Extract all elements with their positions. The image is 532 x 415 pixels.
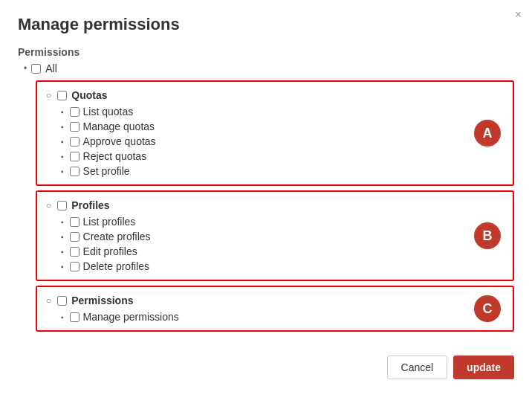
permission-items-profiles: List profilesCreate profilesEdit profile… bbox=[61, 216, 504, 272]
groups-container: ○QuotasAList quotasManage quotasApprove … bbox=[36, 80, 514, 332]
permission-items-permissions: Manage permissions bbox=[61, 311, 504, 323]
group-title-profiles[interactable]: Profiles bbox=[71, 199, 109, 211]
list-item: Approve quotas bbox=[61, 135, 504, 147]
group-badge-profiles: B bbox=[474, 222, 501, 249]
group-checkbox-permissions[interactable] bbox=[57, 296, 67, 306]
list-item: Set profile bbox=[61, 165, 504, 177]
item-checkbox-quotas-0[interactable] bbox=[70, 107, 80, 117]
group-badge-permissions: C bbox=[474, 295, 501, 322]
permission-items-quotas: List quotasManage quotasApprove quotasRe… bbox=[61, 106, 504, 177]
item-checkbox-profiles-3[interactable] bbox=[70, 262, 80, 271]
group-checkbox-quotas[interactable] bbox=[57, 91, 67, 100]
list-item: Create profiles bbox=[61, 231, 504, 242]
item-text-permissions-0: Manage permissions bbox=[83, 311, 179, 323]
list-item: Reject quotas bbox=[61, 150, 504, 162]
item-text-quotas-0: List quotas bbox=[83, 106, 134, 118]
item-checkbox-profiles-1[interactable] bbox=[70, 232, 80, 242]
item-text-profiles-1: Create profiles bbox=[83, 231, 151, 242]
item-text-profiles-3: Delete profiles bbox=[83, 260, 150, 272]
item-text-profiles-2: Edit profiles bbox=[83, 245, 137, 257]
item-text-quotas-1: Manage quotas bbox=[83, 120, 155, 132]
item-text-quotas-3: Reject quotas bbox=[83, 150, 147, 162]
list-item: List quotas bbox=[61, 106, 504, 118]
group-title-permissions[interactable]: Permissions bbox=[71, 295, 133, 306]
update-button[interactable]: update bbox=[453, 356, 514, 379]
permission-group-permissions: ○PermissionsCManage permissions bbox=[36, 286, 514, 332]
group-bullet-quotas: ○ bbox=[46, 90, 51, 100]
item-text-quotas-4: Set profile bbox=[83, 165, 130, 177]
item-checkbox-quotas-1[interactable] bbox=[70, 122, 80, 132]
modal-footer: Cancel update bbox=[18, 347, 514, 379]
group-checkbox-profiles[interactable] bbox=[57, 201, 67, 210]
close-button[interactable]: × bbox=[515, 9, 522, 21]
group-bullet-permissions: ○ bbox=[46, 295, 51, 306]
item-label-wrap-quotas-1[interactable]: Manage quotas bbox=[70, 120, 155, 132]
item-label-wrap-profiles-0[interactable]: List profiles bbox=[70, 216, 136, 228]
list-item: Edit profiles bbox=[61, 245, 504, 257]
all-checkbox[interactable] bbox=[31, 64, 41, 74]
all-label[interactable]: All bbox=[45, 62, 57, 74]
item-label-wrap-profiles-3[interactable]: Delete profiles bbox=[70, 260, 150, 272]
item-label-wrap-profiles-1[interactable]: Create profiles bbox=[70, 231, 151, 242]
list-item: Manage permissions bbox=[61, 311, 504, 323]
item-label-wrap-profiles-2[interactable]: Edit profiles bbox=[70, 245, 137, 257]
permission-group-profiles: ○ProfilesBList profilesCreate profilesEd… bbox=[36, 190, 514, 281]
item-checkbox-profiles-2[interactable] bbox=[70, 247, 80, 257]
cancel-button[interactable]: Cancel bbox=[387, 356, 448, 379]
item-checkbox-permissions-0[interactable] bbox=[70, 312, 80, 322]
group-bullet-profiles: ○ bbox=[46, 200, 51, 210]
item-text-quotas-2: Approve quotas bbox=[83, 135, 156, 147]
modal-container: × Manage permissions Permissions • All ○… bbox=[0, 0, 532, 415]
list-item: Delete profiles bbox=[61, 260, 504, 272]
group-header-permissions: ○Permissions bbox=[46, 295, 504, 306]
all-row: • All bbox=[24, 62, 514, 74]
item-checkbox-profiles-0[interactable] bbox=[70, 217, 80, 227]
all-bullet: • bbox=[24, 63, 27, 74]
item-checkbox-quotas-4[interactable] bbox=[70, 167, 80, 176]
item-label-wrap-permissions-0[interactable]: Manage permissions bbox=[70, 311, 179, 323]
item-label-wrap-quotas-4[interactable]: Set profile bbox=[70, 165, 130, 177]
modal-title: Manage permissions bbox=[18, 15, 514, 34]
item-label-wrap-quotas-2[interactable]: Approve quotas bbox=[70, 135, 156, 147]
item-checkbox-quotas-2[interactable] bbox=[70, 137, 80, 147]
item-checkbox-quotas-3[interactable] bbox=[70, 152, 80, 161]
group-header-profiles: ○Profiles bbox=[46, 199, 504, 211]
group-title-quotas[interactable]: Quotas bbox=[71, 89, 107, 101]
list-item: List profiles bbox=[61, 216, 504, 228]
permission-group-quotas: ○QuotasAList quotasManage quotasApprove … bbox=[36, 80, 514, 186]
permissions-section-label: Permissions bbox=[18, 46, 514, 58]
group-badge-quotas: A bbox=[474, 120, 501, 147]
list-item: Manage quotas bbox=[61, 120, 504, 132]
item-text-profiles-0: List profiles bbox=[83, 216, 136, 228]
group-header-quotas: ○Quotas bbox=[46, 89, 504, 101]
item-label-wrap-quotas-0[interactable]: List quotas bbox=[70, 106, 134, 118]
item-label-wrap-quotas-3[interactable]: Reject quotas bbox=[70, 150, 147, 162]
